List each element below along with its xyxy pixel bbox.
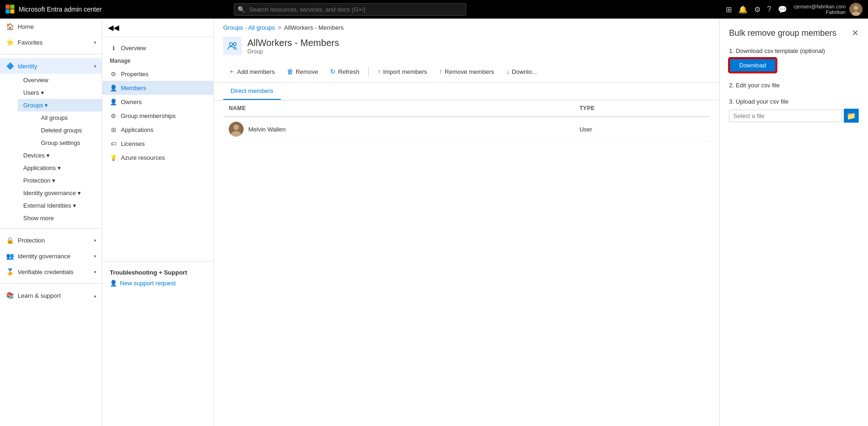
collapse-arrow[interactable]: ◀◀ (108, 23, 119, 32)
file-browse-button[interactable]: 📁 (844, 109, 859, 123)
second-nav-overview[interactable]: ℹ Overview (102, 41, 213, 55)
csv-download-button[interactable]: Download (729, 58, 776, 72)
settings-icon[interactable]: ⚙ (754, 5, 761, 14)
step-1: 1. Download csv template (optional) Down… (729, 47, 859, 72)
identity-gov-icon: 👥 (6, 252, 14, 260)
help-icon[interactable]: ? (767, 5, 771, 13)
svg-point-8 (233, 43, 236, 46)
refresh-button[interactable]: ↻ Refresh (325, 65, 364, 78)
nav-protection[interactable]: Protection ▾ (18, 174, 102, 187)
owners-icon: 👤 (110, 98, 117, 105)
support-title: Troubleshooting + Support (110, 269, 206, 276)
refresh-icon: ↻ (330, 68, 336, 75)
breadcrumb-groups[interactable]: Groups - All groups (223, 24, 275, 31)
nav-users[interactable]: Users ▾ (18, 86, 102, 99)
step-2: 2. Edit your csv file (729, 82, 859, 89)
second-nav-applications[interactable]: ⊞ Applications (102, 123, 213, 137)
panel-close-button[interactable]: ✕ (852, 28, 859, 38)
download-button[interactable]: ↓ Downlo... (501, 65, 542, 78)
nav-protection-2[interactable]: 🔒 Protection ▾ (0, 232, 102, 248)
properties-icon: ⚙ (110, 70, 117, 78)
notification-icon[interactable]: 🔔 (738, 5, 748, 14)
feedback-icon[interactable]: 💬 (778, 5, 787, 14)
identity-icon: 🔷 (6, 62, 14, 70)
overview-icon: ℹ (110, 44, 117, 52)
import-members-button[interactable]: ↑ Import members (372, 65, 432, 78)
panel-title: Bulk remove group members (729, 28, 836, 38)
nav-all-groups[interactable]: All groups (35, 111, 102, 124)
favorites-icon: ⭐ (6, 38, 14, 46)
second-nav-properties[interactable]: ⚙ Properties (102, 67, 213, 81)
member-type-cell: User (574, 117, 710, 142)
nav-groups[interactable]: Groups ▾ (18, 99, 102, 111)
learn-chevron: ▴ (94, 293, 96, 298)
group-memberships-icon: ⚙ (110, 112, 117, 119)
svg-rect-2 (6, 9, 10, 13)
breadcrumb-sep: > (278, 24, 281, 31)
page-header-text: AllWorkers - Members Group (247, 38, 339, 55)
step-3: 3. Upload your csv file 📁 (729, 98, 859, 123)
left-nav: 🏠 Home ⭐ Favorites ▾ 🔷 Identity ▾ Overvi… (0, 19, 102, 426)
remove-button[interactable]: 🗑 Remove (282, 65, 323, 78)
nav-identity[interactable]: 🔷 Identity ▾ (0, 58, 102, 74)
remove-members-button[interactable]: ↑ Remove members (434, 65, 499, 78)
svg-rect-0 (6, 5, 10, 9)
panel-header: Bulk remove group members ✕ (729, 28, 859, 38)
learn-icon: 📚 (6, 291, 14, 300)
second-nav-azure-resources[interactable]: 💡 Azure resources (102, 151, 213, 164)
groups-sub-nav: All groups Deleted groups Group settings (18, 111, 102, 149)
import-icon: ↑ (378, 68, 381, 75)
member-name-cell: Melvin Wallen (223, 117, 574, 142)
second-nav-owners[interactable]: 👤 Owners (102, 95, 213, 109)
svg-rect-1 (10, 5, 14, 9)
svg-point-7 (230, 43, 233, 46)
verifiable-icon: 🏅 (6, 268, 14, 276)
nav-divider-2 (0, 228, 102, 229)
add-members-button[interactable]: ＋ Add members (223, 65, 280, 79)
licenses-icon: 🏷 (110, 140, 117, 147)
breadcrumb: Groups - All groups > AllWorkers - Membe… (214, 19, 719, 35)
nav-deleted-groups[interactable]: Deleted groups (35, 124, 102, 137)
search-input[interactable] (234, 3, 466, 16)
identity-chevron: ▾ (94, 64, 96, 69)
support-section: Troubleshooting + Support 👤 New support … (102, 261, 213, 294)
nav-verifiable-credentials[interactable]: 🏅 Verifiable credentials ▾ (0, 264, 102, 280)
verifiable-chevron: ▾ (94, 269, 96, 275)
nav-divider-3 (0, 283, 102, 284)
second-sidebar-header: ◀◀ (102, 19, 213, 37)
user-profile[interactable]: cjensen@fabrikan.com Fabrikan (794, 3, 862, 16)
nav-devices[interactable]: Devices ▾ (18, 149, 102, 162)
microsoft-logo-icon (6, 5, 15, 14)
second-nav-members[interactable]: 👤 Members (102, 81, 213, 95)
step1-label: 1. Download csv template (optional) (729, 47, 859, 54)
nav-applications[interactable]: Applications ▾ (18, 162, 102, 174)
nav-identity-governance-2[interactable]: 👥 Identity governance ▾ (0, 248, 102, 264)
step3-label: 3. Upload your csv file (729, 98, 859, 105)
new-support-link[interactable]: 👤 New support request (110, 280, 206, 287)
favorites-chevron: ▾ (94, 40, 96, 45)
user-avatar[interactable] (849, 3, 862, 16)
nav-favorites[interactable]: ⭐ Favorites ▾ (0, 34, 102, 50)
nav-group-settings[interactable]: Group settings (35, 137, 102, 149)
nav-identity-governance[interactable]: Identity governance ▾ (18, 187, 102, 199)
nav-learn-support[interactable]: 📚 Learn & support ▴ (0, 288, 102, 303)
tab-direct-members[interactable]: Direct members (223, 83, 281, 100)
page-subtitle: Group (247, 48, 339, 55)
portal-icon[interactable]: ⊞ (726, 5, 732, 14)
svg-point-10 (233, 125, 239, 130)
nav-home[interactable]: 🏠 Home (0, 19, 102, 34)
app-title: Microsoft Entra admin center (19, 6, 102, 13)
add-icon: ＋ (228, 67, 235, 76)
home-icon: 🏠 (6, 22, 14, 31)
second-nav-licenses[interactable]: 🏷 Licenses (102, 137, 213, 151)
file-select-input[interactable] (729, 110, 842, 122)
nav-overview[interactable]: Overview (18, 74, 102, 86)
nav-external-identities[interactable]: External Identities ▾ (18, 199, 102, 212)
protection-icon: 🔒 (6, 236, 14, 244)
user-email: cjensen@fabrikan.com (794, 4, 846, 9)
second-nav-group-memberships[interactable]: ⚙ Group memberships (102, 109, 213, 123)
user-company: Fabrikan (794, 9, 846, 15)
remove-icon: 🗑 (287, 68, 293, 75)
nav-show-more[interactable]: Show more (18, 212, 102, 224)
nav-divider-1 (0, 54, 102, 54)
